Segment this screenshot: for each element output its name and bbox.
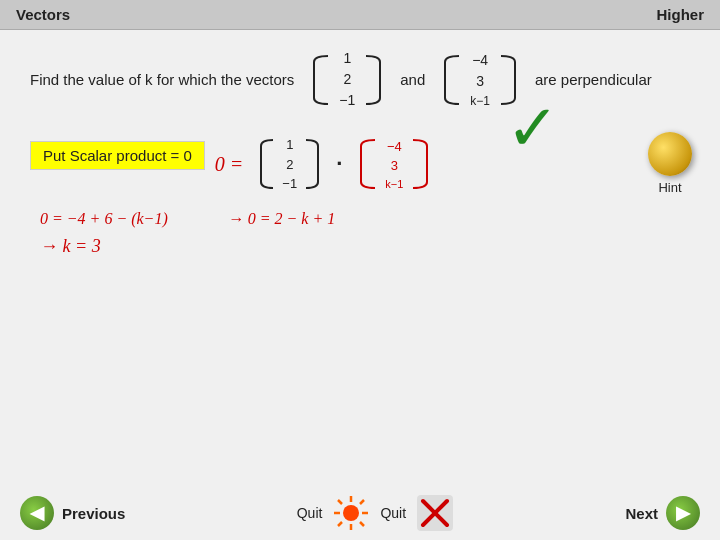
- footer: ◀ Previous Quit Quit: [0, 486, 720, 540]
- sun-icon[interactable]: [332, 494, 370, 532]
- left-bracket-v2: [439, 54, 467, 106]
- quit2-label[interactable]: Quit: [380, 505, 406, 521]
- perpendicular-text: are perpendicular: [535, 71, 652, 88]
- find-row: Find the value of k for which the vector…: [30, 48, 690, 111]
- dot-v1-values: 1 2 −1: [279, 135, 300, 194]
- left-bracket-dot-v2: [356, 138, 382, 190]
- quit-center: Quit Quit: [297, 494, 454, 532]
- dot-symbol: ·: [336, 151, 342, 177]
- next-button[interactable]: Next ▶: [625, 496, 700, 530]
- next-arrow-icon[interactable]: ▶: [666, 496, 700, 530]
- left-bracket-dot-v1: [257, 138, 279, 190]
- header-title-left: Vectors: [16, 6, 70, 23]
- vector2-values: −4 3 k−1: [467, 50, 493, 110]
- eq2: → k = 3: [40, 236, 101, 257]
- main-content: Find the value of k for which the vector…: [0, 30, 720, 275]
- previous-arrow-icon[interactable]: ◀: [20, 496, 54, 530]
- dot-eq-v2: −4 3 k−1: [356, 137, 432, 193]
- zero-equals: 0 =: [215, 153, 244, 176]
- left-bracket-v1: [308, 54, 336, 106]
- svg-line-4: [338, 500, 342, 504]
- svg-line-6: [360, 500, 364, 504]
- right-bracket-dot-v2: [406, 138, 432, 190]
- quit1-label[interactable]: Quit: [297, 505, 323, 521]
- scalar-label-box: Put Scalar product = 0: [30, 141, 205, 170]
- vector1-values: 1 2 −1: [336, 48, 358, 111]
- scalar-product-row: Put Scalar product = 0 0 = 1 2 −1 ·: [30, 135, 690, 194]
- eq-line-1: 0 = −4 + 6 − (k−1) → 0 = 2 − k + 1: [40, 210, 680, 228]
- quit-x-svg[interactable]: [417, 495, 453, 531]
- hint-ball[interactable]: [648, 132, 692, 176]
- header: Vectors Higher: [0, 0, 720, 30]
- checkmark-icon: ✓: [506, 91, 560, 165]
- header-title-right: Higher: [656, 6, 704, 23]
- equations-area: 0 = −4 + 6 − (k−1) → 0 = 2 − k + 1 → k =…: [30, 210, 690, 257]
- x-icon[interactable]: [416, 494, 454, 532]
- eq1-left: 0 = −4 + 6 − (k−1): [40, 210, 168, 228]
- dot-v2-values: −4 3 k−1: [382, 137, 406, 193]
- svg-point-8: [343, 505, 359, 521]
- svg-line-5: [360, 522, 364, 526]
- eq-line-2: → k = 3: [40, 236, 680, 257]
- right-bracket-dot-v1: [300, 138, 322, 190]
- quit-sun-svg[interactable]: [332, 494, 370, 532]
- and-text: and: [400, 71, 425, 88]
- hint-area[interactable]: Hint: [648, 132, 692, 195]
- dot-eq-v1: 1 2 −1: [257, 135, 322, 194]
- find-text: Find the value of k for which the vector…: [30, 71, 294, 88]
- right-bracket-v1: [358, 54, 386, 106]
- vector1-matrix: 1 2 −1: [308, 48, 386, 111]
- next-label[interactable]: Next: [625, 505, 658, 522]
- svg-line-7: [338, 522, 342, 526]
- previous-label[interactable]: Previous: [62, 505, 125, 522]
- scalar-label: Put Scalar product = 0: [43, 147, 192, 164]
- previous-button[interactable]: ◀ Previous: [20, 496, 125, 530]
- eq1-right: → 0 = 2 − k + 1: [228, 210, 335, 228]
- hint-label[interactable]: Hint: [658, 180, 681, 195]
